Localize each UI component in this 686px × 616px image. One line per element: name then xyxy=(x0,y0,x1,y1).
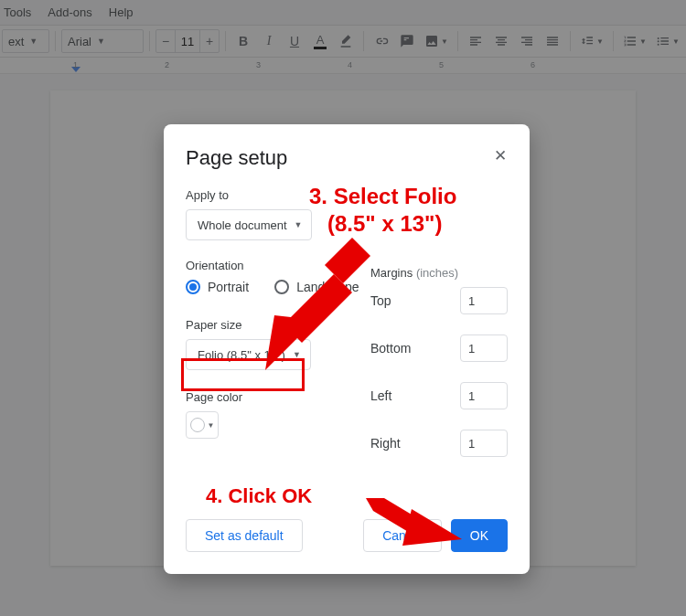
margins-section: Margins (inches) Top Bottom Left Right xyxy=(370,266,508,477)
margin-left-input[interactable] xyxy=(460,382,508,409)
annotation-step3: 3. Select Folio (8.5" x 13") xyxy=(309,183,456,238)
apply-to-dropdown[interactable]: Whole document▼ xyxy=(186,209,312,240)
margin-left-label: Left xyxy=(370,388,391,403)
margin-top-input[interactable] xyxy=(460,287,508,314)
close-icon[interactable]: ✕ xyxy=(489,144,511,166)
color-swatch-icon xyxy=(190,418,205,432)
svg-marker-4 xyxy=(402,509,462,546)
margins-label: Margins (inches) xyxy=(370,266,508,280)
annotation-arrow-1 xyxy=(265,238,375,375)
annotation-arrow-2 xyxy=(366,498,466,562)
margin-bottom-label: Bottom xyxy=(370,341,411,356)
annotation-step4: 4. Click OK xyxy=(206,484,312,508)
set-as-default-button[interactable]: Set as default xyxy=(186,519,303,552)
dialog-title: Page setup xyxy=(186,146,508,170)
margin-right-label: Right xyxy=(370,436,401,451)
margin-bottom-input[interactable] xyxy=(460,335,508,362)
margin-right-input[interactable] xyxy=(460,430,508,457)
radio-selected-icon xyxy=(186,280,200,294)
page-color-picker[interactable]: ▼ xyxy=(186,411,219,439)
svg-marker-2 xyxy=(265,315,316,370)
portrait-radio[interactable]: Portrait xyxy=(186,280,249,294)
